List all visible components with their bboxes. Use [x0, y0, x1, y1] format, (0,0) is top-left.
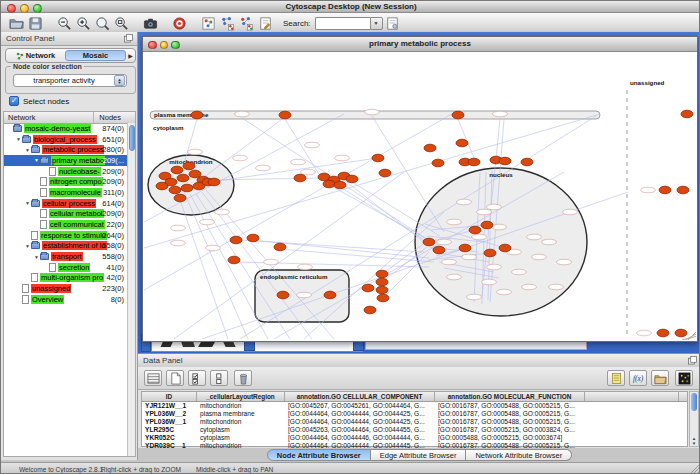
attribute-list-button[interactable] [607, 370, 625, 386]
table-row[interactable]: YPL036W__1mitochondrion[GO:0044464, GO:0… [142, 418, 687, 426]
table-row[interactable]: YPL036W__2plasma membrane[GO:0044464, GO… [142, 410, 687, 418]
table-cell[interactable]: YPL036W__2 [142, 410, 197, 418]
graph-node[interactable] [171, 166, 183, 174]
tree-row[interactable]: cellular metabol209(0) [4, 209, 127, 220]
tree-row[interactable]: secretion41(0) [4, 262, 127, 273]
browser-tab[interactable]: Network Attribute Browser [466, 449, 572, 461]
table-cell[interactable]: cytoplasm [197, 426, 285, 434]
tree-row[interactable]: Overview8(0) [4, 294, 127, 305]
table-cell[interactable]: YPL036W__1 [142, 418, 197, 426]
tree-row[interactable]: macromolecule311(0) [4, 187, 127, 198]
graph-node[interactable] [294, 174, 306, 182]
column-header[interactable]: annotation.GO MOLECULAR_FUNCTION [435, 392, 585, 401]
node-color-select[interactable]: transporter activity ▲▼ [13, 74, 127, 87]
graph-node[interactable] [379, 169, 391, 177]
tab-mosaic[interactable]: Mosaic [65, 50, 126, 61]
window-resize-grip[interactable] [690, 464, 700, 474]
tree-row[interactable]: ▼transport558(0) [4, 251, 127, 262]
graph-node[interactable] [499, 157, 511, 165]
table-cell[interactable]: [GO:0044464, GO:0044444, GO:0044425, G..… [285, 418, 435, 426]
tree-row[interactable]: nitrogen compo209(0) [4, 176, 127, 187]
matrix-view-button[interactable] [675, 370, 693, 386]
tree-row[interactable]: mosaic-demo-yeast874(0) [4, 123, 127, 134]
graph-node[interactable] [433, 246, 445, 254]
table-cell[interactable]: cytoplasm [197, 434, 285, 442]
delete-attribute-button[interactable] [234, 370, 252, 386]
graph-node[interactable] [499, 244, 511, 252]
scrollbar-thumb[interactable] [691, 393, 697, 411]
table-cell[interactable]: YJR121W__1 [142, 402, 197, 410]
network-frame-titlebar[interactable]: primary metabolic process [143, 37, 697, 52]
graph-node[interactable] [324, 291, 336, 299]
graph-node[interactable] [208, 178, 220, 186]
graph-node[interactable] [484, 249, 496, 257]
graph-node[interactable] [334, 181, 346, 189]
advanced-search-button[interactable] [384, 15, 401, 32]
tree-row[interactable]: nucleobase-209(0) [4, 166, 127, 177]
tab-network[interactable]: Network [6, 50, 65, 61]
float-panel-icon[interactable] [124, 34, 133, 43]
network-snapshot-button[interactable] [142, 15, 159, 32]
graph-node[interactable] [376, 286, 388, 294]
graph-node[interactable] [423, 238, 435, 246]
table-cell[interactable]: [GO:0005488, GO:0005215, GO:0003674] [435, 434, 585, 442]
disclosure-triangle-icon[interactable]: ▼ [33, 157, 40, 163]
tree-row[interactable]: unassigned223(0) [4, 283, 127, 294]
table-cell[interactable]: mitochondrion [197, 402, 285, 410]
graph-node[interactable] [456, 139, 468, 147]
graph-node[interactable] [521, 158, 533, 166]
graph-node[interactable] [183, 162, 195, 170]
table-cell[interactable]: [GO:0045267, GO:0045261, GO:0044464, G..… [285, 402, 435, 410]
tree-row[interactable]: ▼establishment of lo558(0) [4, 241, 127, 252]
zoom-out-button[interactable] [56, 15, 73, 32]
graph-node[interactable] [377, 294, 389, 302]
graph-node[interactable] [469, 226, 481, 234]
graph-node[interactable] [376, 270, 388, 278]
open-session-button[interactable] [8, 15, 25, 32]
graph-node[interactable] [274, 243, 286, 251]
tree-scrollbar[interactable] [127, 123, 135, 456]
graph-node[interactable] [372, 154, 384, 162]
zoom-in-button[interactable] [75, 15, 92, 32]
graph-node[interactable] [279, 111, 291, 119]
unselect-attributes-button[interactable] [210, 370, 228, 386]
search-input[interactable] [315, 17, 370, 30]
table-cell[interactable]: [GO:0016787, GO:0005488, GO:0005215, G..… [435, 410, 585, 418]
function-builder-button[interactable]: f(x) [629, 370, 647, 386]
data-panel-scrollbar[interactable]: ▲▼ [689, 391, 699, 447]
graph-node[interactable] [169, 186, 181, 194]
save-session-button[interactable] [27, 15, 44, 32]
tree-row[interactable]: multi-organism pro42(0) [4, 273, 127, 284]
zoom-fit-button[interactable] [113, 15, 130, 32]
table-cell[interactable]: YLR295C [142, 426, 197, 434]
graph-node[interactable] [659, 186, 671, 194]
disclosure-triangle-icon[interactable]: ▼ [15, 136, 22, 142]
disclosure-triangle-icon[interactable]: ▼ [33, 254, 40, 260]
graph-node[interactable] [181, 184, 193, 192]
tree-row[interactable]: cell communicat22(0) [4, 219, 127, 230]
tree-row[interactable]: ▼biological_process651(0) [4, 134, 127, 145]
disclosure-triangle-icon[interactable]: ▼ [24, 200, 31, 206]
graph-node[interactable] [362, 284, 374, 292]
graph-node[interactable] [452, 111, 464, 119]
table-cell[interactable]: [GO:0044464, GO:0044446, GO:0044444, G..… [285, 434, 435, 442]
float-panel-icon[interactable] [688, 356, 697, 365]
graph-node[interactable] [468, 158, 480, 166]
column-header[interactable]: _cellularLayoutRegion [197, 392, 285, 401]
scrollbar-thumb[interactable] [129, 125, 135, 151]
tab-scroll-right-icon[interactable]: ▶ [126, 52, 135, 59]
browser-tab[interactable]: Edge Attribute Browser [371, 449, 467, 461]
vizmapper-button[interactable] [200, 15, 217, 32]
table-cell[interactable]: YKR052C [142, 434, 197, 442]
graph-node[interactable] [191, 111, 203, 119]
help-button[interactable] [171, 15, 188, 32]
tree-row[interactable]: response to stimulu264(0) [4, 230, 127, 241]
annotation-button[interactable] [257, 15, 274, 32]
table-row[interactable]: YKR052Ccytoplasm[GO:0044464, GO:0044446,… [142, 434, 687, 442]
graph-node[interactable] [657, 329, 669, 337]
table-cell[interactable]: mitochondrion [197, 418, 285, 426]
graph-node[interactable] [424, 144, 436, 152]
tree-row[interactable]: ▼metabolic process280(0) [4, 144, 127, 155]
search-dropdown-button[interactable]: ▼ [370, 17, 383, 30]
column-header[interactable]: ID [142, 392, 197, 401]
